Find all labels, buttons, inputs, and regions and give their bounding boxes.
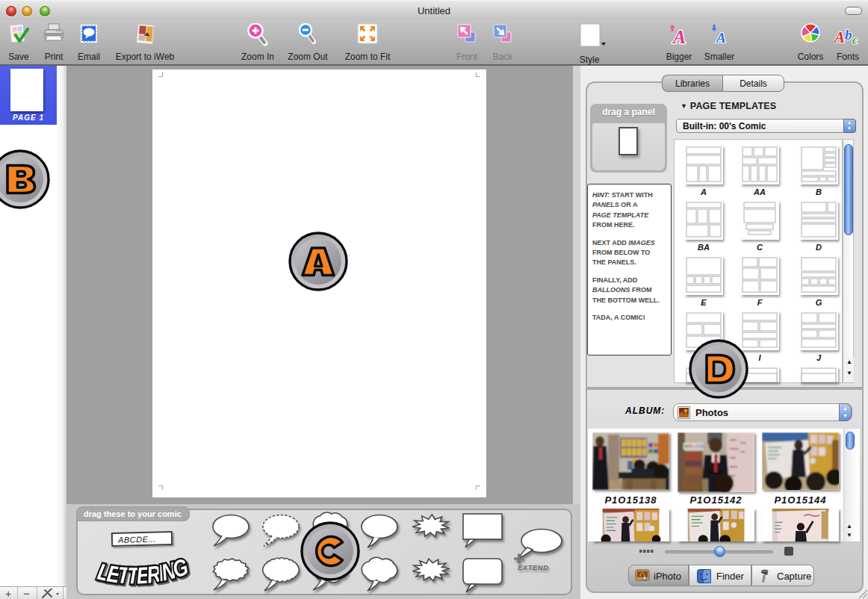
svg-text:A: A (834, 28, 845, 46)
svg-text:c: c (852, 34, 858, 46)
svg-text:A: A (716, 30, 726, 46)
svg-text:LETTERING: LETTERING (95, 555, 190, 589)
svg-text:b: b (845, 27, 852, 43)
svg-text:EXTEND: EXTEND (518, 563, 549, 571)
svg-text:A: A (672, 26, 686, 47)
